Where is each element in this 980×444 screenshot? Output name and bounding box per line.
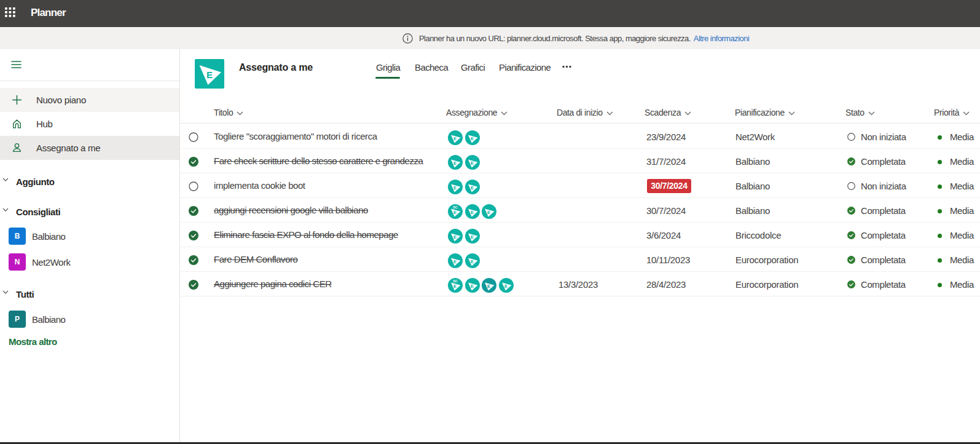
svg-text:E: E: [206, 69, 213, 80]
svg-text:E: E: [453, 210, 457, 215]
svg-text:SC: SC: [453, 205, 458, 209]
svg-text:E: E: [453, 283, 457, 289]
svg-text:E: E: [487, 283, 490, 289]
svg-text:E: E: [471, 161, 474, 166]
svg-text:SC: SC: [453, 279, 458, 283]
svg-text:E: E: [471, 185, 474, 191]
svg-text:E: E: [453, 185, 457, 191]
svg-text:E: E: [471, 210, 474, 215]
svg-text:E: E: [453, 234, 457, 240]
svg-text:E: E: [453, 161, 457, 166]
svg-text:E: E: [504, 283, 508, 289]
svg-text:E: E: [453, 136, 457, 141]
svg-text:E: E: [453, 259, 457, 264]
svg-text:E: E: [471, 234, 474, 240]
svg-text:E: E: [471, 283, 474, 289]
svg-text:E: E: [471, 136, 474, 141]
svg-text:E: E: [471, 259, 474, 264]
svg-text:E: E: [487, 210, 490, 215]
